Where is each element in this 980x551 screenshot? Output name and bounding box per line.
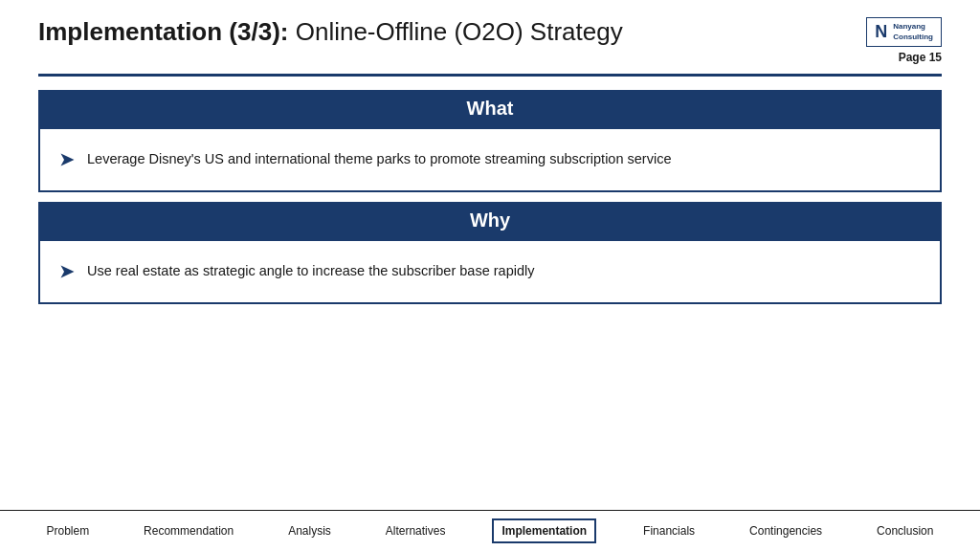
what-header: What	[38, 90, 942, 127]
logo-block: N Nanyang Consulting Page 15	[866, 17, 942, 64]
why-body: ➤ Use real estate as strategic angle to …	[38, 239, 942, 304]
why-arrow-icon: ➤	[59, 261, 74, 282]
logo-text: Nanyang Consulting	[893, 22, 933, 42]
footer-item-implementation[interactable]: Implementation	[492, 518, 596, 543]
what-body-text: Leverage Disney's US and international t…	[87, 149, 671, 170]
page-number: Page 15	[899, 51, 942, 64]
logo-letter: N	[875, 22, 887, 42]
why-section: Why ➤ Use real estate as strategic angle…	[38, 202, 942, 304]
what-body: ➤ Leverage Disney's US and international…	[38, 127, 942, 192]
title-block: Implementation (3/3): Online-Offline (O2…	[38, 17, 623, 47]
what-arrow-icon: ➤	[59, 149, 74, 170]
why-header-label: Why	[470, 209, 510, 231]
what-header-label: What	[467, 98, 514, 119]
title-bold-part: Implementation (3/3):	[38, 17, 288, 46]
footer-item-contingencies[interactable]: Contingencies	[742, 520, 830, 541]
header: Implementation (3/3): Online-Offline (O2…	[0, 0, 980, 64]
main-content: What ➤ Leverage Disney's US and internat…	[0, 77, 980, 510]
footer-item-recommendation[interactable]: Recommendation	[136, 520, 241, 541]
why-header: Why	[38, 202, 942, 239]
title-normal-part: Online-Offline (O2O) Strategy	[288, 17, 622, 46]
slide-title: Implementation (3/3): Online-Offline (O2…	[38, 17, 623, 47]
footer-item-analysis[interactable]: Analysis	[280, 520, 339, 541]
footer-item-conclusion[interactable]: Conclusion	[869, 520, 941, 541]
why-body-text: Use real estate as strategic angle to in…	[87, 261, 534, 282]
what-section: What ➤ Leverage Disney's US and internat…	[38, 90, 942, 192]
slide: Implementation (3/3): Online-Offline (O2…	[0, 0, 980, 551]
logo-box: N Nanyang Consulting	[866, 17, 942, 47]
footer-item-alternatives[interactable]: Alternatives	[378, 520, 454, 541]
footer-item-financials[interactable]: Financials	[635, 520, 702, 541]
footer-item-problem[interactable]: Problem	[38, 520, 97, 541]
footer-nav: ProblemRecommendationAnalysisAlternative…	[0, 510, 980, 551]
